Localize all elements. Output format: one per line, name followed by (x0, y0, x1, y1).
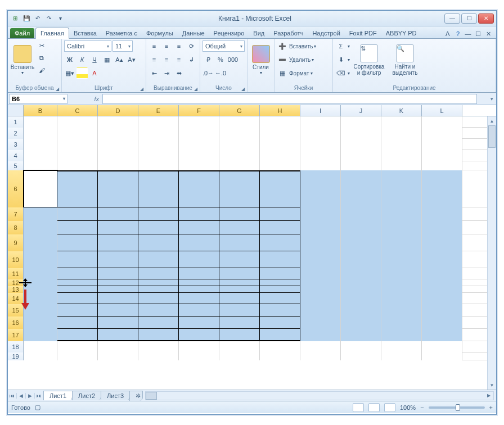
cell-F19[interactable] (179, 352, 219, 360)
vscroll-thumb[interactable] (488, 125, 496, 148)
cell-J17[interactable] (341, 329, 381, 341)
currency-button[interactable]: ₽ (202, 54, 214, 65)
cell-G19[interactable] (219, 352, 260, 360)
cell-C16[interactable] (57, 317, 98, 329)
tab-home[interactable]: Главная (35, 28, 69, 39)
close-button[interactable]: ✕ (478, 13, 494, 24)
zoom-level[interactable]: 100% (400, 404, 416, 411)
row-header-4[interactable]: 4 (8, 150, 24, 161)
cell-K9[interactable] (381, 234, 422, 251)
border-dropdown[interactable]: ▦▾ (64, 67, 75, 79)
comma-button[interactable]: 000 (227, 54, 238, 65)
cell-I9[interactable] (300, 234, 341, 251)
row-header-19[interactable]: 19 (8, 352, 24, 360)
cell-H11[interactable] (260, 268, 300, 279)
cell-C18[interactable] (57, 341, 98, 352)
cell-L18[interactable] (422, 341, 462, 352)
scroll-right-icon[interactable]: ▶ (484, 392, 493, 400)
cell-I14[interactable] (300, 293, 341, 304)
cell-K16[interactable] (381, 317, 422, 329)
decrease-decimal-button[interactable]: ←.0 (215, 67, 226, 79)
cell-H1[interactable] (260, 116, 300, 128)
cell-K17[interactable] (381, 329, 422, 341)
italic-button[interactable]: К (76, 54, 88, 65)
cell-D17[interactable] (98, 329, 138, 341)
cell-I4[interactable] (300, 150, 341, 161)
cell-B9[interactable] (24, 234, 57, 251)
cell-H10[interactable] (260, 251, 300, 268)
cell-F4[interactable] (179, 150, 219, 161)
sheet-last-icon[interactable]: ⏭ (35, 393, 44, 399)
row-header-11[interactable]: 11 (8, 268, 24, 279)
cell-K12[interactable] (381, 279, 422, 286)
cell-J4[interactable] (341, 150, 381, 161)
vertical-scrollbar[interactable]: ▲ ▼ (487, 116, 496, 390)
column-header-D[interactable]: D (98, 105, 138, 116)
cell-D3[interactable] (98, 139, 138, 150)
cell-I8[interactable] (300, 221, 341, 234)
scroll-up-icon[interactable]: ▲ (488, 116, 496, 125)
cell-C17[interactable] (57, 329, 98, 341)
cell-D8[interactable] (98, 221, 138, 234)
cell-H5[interactable] (260, 161, 300, 170)
cell-B5[interactable] (24, 161, 57, 170)
cell-F7[interactable] (179, 207, 219, 221)
fx-label[interactable]: fx (69, 96, 102, 102)
sheet-tab-2[interactable]: Лист2 (72, 391, 101, 400)
cell-I3[interactable] (300, 139, 341, 150)
cell-F17[interactable] (179, 329, 219, 341)
cell-G5[interactable] (219, 161, 260, 170)
cell-J10[interactable] (341, 251, 381, 268)
insert-cells-button[interactable]: ➕ (277, 40, 288, 52)
cell-C11[interactable] (57, 268, 98, 279)
cell-D13[interactable] (98, 286, 138, 293)
alignment-launcher[interactable]: ◢ (194, 87, 197, 92)
new-sheet-button[interactable]: ✲ (129, 391, 143, 401)
sort-filter-button[interactable]: ⇅ Сортировка и фильтр (351, 40, 387, 80)
cell-J18[interactable] (341, 341, 381, 352)
cell-D6[interactable] (98, 170, 138, 207)
row-header-9[interactable]: 9 (8, 234, 24, 251)
cell-C15[interactable] (57, 304, 98, 317)
column-header-J[interactable]: J (341, 105, 381, 116)
cell-I10[interactable] (300, 251, 341, 268)
cell-C5[interactable] (57, 161, 98, 170)
cell-G13[interactable] (219, 286, 260, 293)
cell-J12[interactable] (341, 279, 381, 286)
cell-I19[interactable] (300, 352, 341, 360)
cell-D10[interactable] (98, 251, 138, 268)
cell-I6[interactable] (300, 170, 341, 207)
font-launcher[interactable]: ◢ (140, 87, 143, 92)
row-header-10[interactable]: 10 (8, 251, 24, 268)
cell-H15[interactable] (260, 304, 300, 317)
cell-C2[interactable] (57, 128, 98, 139)
cell-F15[interactable] (179, 304, 219, 317)
font-size-combo[interactable]: 11 (112, 40, 133, 52)
sheet-prev-icon[interactable]: ◀ (17, 393, 26, 399)
align-middle-button[interactable]: ≡ (161, 40, 172, 52)
cell-L8[interactable] (422, 221, 462, 234)
help-icon[interactable]: ? (453, 29, 462, 38)
zoom-in-button[interactable]: + (489, 404, 493, 411)
cell-E12[interactable] (138, 279, 179, 286)
cell-F16[interactable] (179, 317, 219, 329)
cell-J3[interactable] (341, 139, 381, 150)
cell-G7[interactable] (219, 207, 260, 221)
cell-B14[interactable] (24, 293, 57, 304)
cell-C14[interactable] (57, 293, 98, 304)
cell-E3[interactable] (138, 139, 179, 150)
align-left-button[interactable]: ≡ (148, 54, 160, 65)
tab-foxit[interactable]: Foxit PDF (345, 28, 381, 38)
wrap-text-button[interactable]: ↲ (186, 54, 197, 65)
zoom-out-button[interactable]: − (420, 404, 424, 411)
row-header-13[interactable]: 13 (8, 286, 24, 293)
cell-F9[interactable] (179, 234, 219, 251)
cell-E17[interactable] (138, 329, 179, 341)
cell-F12[interactable] (179, 279, 219, 286)
decrease-font-button[interactable]: A▾ (126, 54, 137, 65)
cell-E15[interactable] (138, 304, 179, 317)
cell-E18[interactable] (138, 341, 179, 352)
cell-H4[interactable] (260, 150, 300, 161)
column-header-B[interactable]: B (24, 105, 57, 116)
cell-K18[interactable] (381, 341, 422, 352)
